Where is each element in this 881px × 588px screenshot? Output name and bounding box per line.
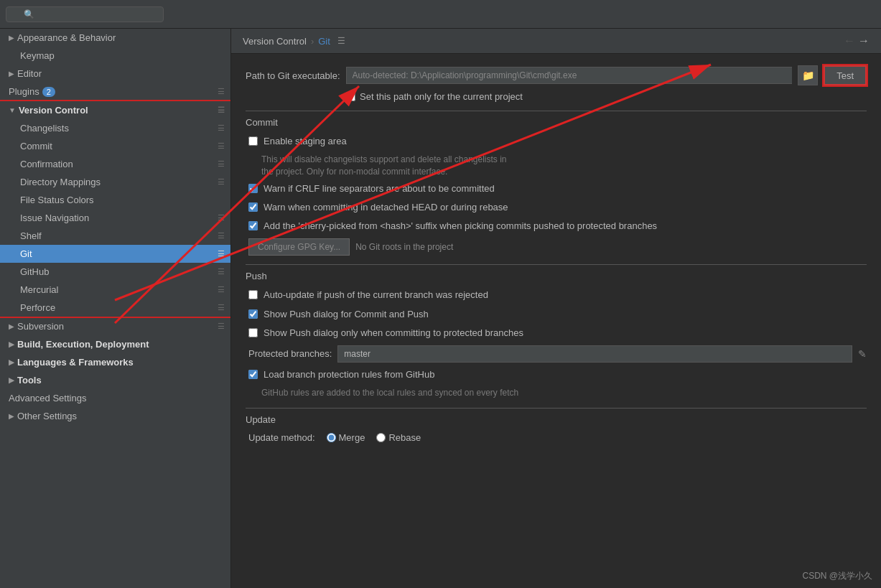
- gpg-row: Configure GPG Key... No Git roots in the…: [248, 238, 867, 256]
- nav-forward-button[interactable]: →: [858, 34, 870, 47]
- sidebar-item-file-status-colors[interactable]: File Status Colors: [0, 191, 230, 209]
- path-label: Path to Git executable:: [246, 70, 340, 81]
- content-area: Version Control › Git ☰ ← → Path to Git …: [231, 29, 881, 588]
- breadcrumb-separator: ›: [311, 36, 314, 47]
- gpg-button[interactable]: Configure GPG Key...: [248, 238, 350, 256]
- page-icon: ☰: [218, 322, 225, 331]
- sidebar-item-label: Confirmation: [20, 159, 73, 169]
- push-section-title: Push: [246, 271, 867, 281]
- sidebar-item-label: Other Settings: [17, 411, 77, 421]
- sidebar-item-directory-mappings[interactable]: Directory Mappings ☰: [0, 173, 230, 191]
- sidebar-item-languages[interactable]: ▶ Languages & Frameworks: [0, 353, 230, 371]
- sidebar-item-other[interactable]: ▶ Other Settings: [0, 407, 230, 425]
- sidebar-item-version-control[interactable]: ▼ Version Control ☰: [0, 101, 230, 119]
- page-icon: ☰: [218, 267, 225, 276]
- sidebar-item-editor[interactable]: ▶ Editor: [0, 65, 230, 83]
- page-icon: ☰: [218, 159, 225, 169]
- load-protection-checkbox[interactable]: [248, 370, 258, 379]
- update-section-title: Update: [246, 414, 867, 425]
- update-method-row: Update method: Merge Rebase: [246, 432, 867, 443]
- page-icon: ☰: [218, 303, 225, 312]
- search-wrap: 🔍: [6, 6, 164, 22]
- sidebar-item-perforce[interactable]: Perforce ☰: [0, 299, 230, 317]
- cherry-pick-label: Add the 'cherry-picked from <hash>' suff…: [264, 220, 657, 233]
- sidebar-item-advanced[interactable]: Advanced Settings: [0, 389, 230, 407]
- enable-staging-checkbox[interactable]: [248, 136, 258, 146]
- sidebar-item-label: Keymap: [20, 50, 55, 61]
- sidebar-item-label: File Status Colors: [20, 195, 94, 205]
- arrow-icon: ▶: [9, 70, 14, 78]
- nav-back-button[interactable]: ←: [844, 34, 855, 47]
- arrow-icon: ▶: [9, 358, 14, 366]
- arrow-icon: ▶: [9, 412, 14, 420]
- sidebar-item-keymap[interactable]: Keymap: [0, 47, 230, 65]
- auto-update-label: Auto-update if push of the current branc…: [264, 289, 488, 302]
- sidebar-item-git[interactable]: Git ☰: [0, 245, 230, 263]
- warn-detached-checkbox[interactable]: [248, 202, 258, 212]
- rebase-option[interactable]: Rebase: [376, 432, 421, 443]
- sidebar-item-subversion[interactable]: ▶ Subversion ☰: [0, 317, 230, 335]
- sidebar-item-label: Git: [20, 248, 32, 259]
- load-protection-label: Load branch protection rules from GitHub: [264, 368, 434, 381]
- browse-button[interactable]: 📁: [798, 65, 818, 85]
- git-path-input[interactable]: [346, 67, 793, 84]
- sidebar-item-label: Directory Mappings: [20, 177, 101, 187]
- sidebar-item-confirmation[interactable]: Confirmation ☰: [0, 155, 230, 173]
- sidebar-item-label: Tools: [17, 375, 42, 386]
- sidebar-item-label: Commit: [20, 141, 52, 151]
- test-button[interactable]: Test: [824, 65, 867, 85]
- rebase-radio[interactable]: [376, 433, 386, 442]
- search-input[interactable]: [6, 6, 164, 22]
- merge-radio[interactable]: [327, 433, 336, 442]
- auto-update-checkbox[interactable]: [248, 290, 258, 299]
- page-icon: ☰: [218, 106, 225, 115]
- cherry-pick-checkbox[interactable]: [248, 221, 258, 230]
- protected-branches-label: Protected branches:: [248, 348, 332, 359]
- show-push-dialog-checkbox[interactable]: [248, 309, 258, 319]
- path-project-only-checkbox[interactable]: [346, 92, 355, 101]
- sidebar-item-commit[interactable]: Commit ☰: [0, 137, 230, 155]
- sidebar-item-tools[interactable]: ▶ Tools: [0, 371, 230, 389]
- breadcrumb-current: Git: [318, 36, 330, 47]
- load-protection-desc: GitHub rules are added to the local rule…: [261, 387, 867, 399]
- breadcrumb-parent: Version Control: [243, 36, 307, 47]
- sidebar-item-shelf[interactable]: Shelf ☰: [0, 227, 230, 245]
- warn-crlf-row: Warn if CRLF line separators are about t…: [246, 182, 867, 195]
- rebase-label: Rebase: [388, 432, 421, 443]
- sidebar-item-label: Subversion: [17, 321, 64, 332]
- warn-detached-row: Warn when committing in detached HEAD or…: [246, 201, 867, 214]
- sidebar-item-issue-navigation[interactable]: Issue Navigation ☰: [0, 209, 230, 227]
- update-method-radio-group: Merge Rebase: [327, 432, 421, 443]
- push-divider: [246, 264, 867, 265]
- sidebar-item-label: Version Control: [19, 105, 88, 116]
- sidebar-item-mercurial[interactable]: Mercurial ☰: [0, 281, 230, 299]
- sidebar-item-changelists[interactable]: Changelists ☰: [0, 119, 230, 137]
- page-icon: ☰: [218, 249, 225, 258]
- warn-crlf-checkbox[interactable]: [248, 184, 258, 193]
- page-icon: ☰: [218, 231, 225, 241]
- sidebar-item-plugins[interactable]: Plugins 2 ☰: [0, 83, 230, 101]
- sidebar-item-label: Advanced Settings: [9, 393, 86, 403]
- protected-branches-input[interactable]: [337, 345, 852, 363]
- page-icon: ☰: [218, 285, 225, 294]
- path-project-only-label: Set this path only for the current proje…: [360, 91, 523, 102]
- merge-option[interactable]: Merge: [327, 432, 365, 443]
- warn-crlf-label: Warn if CRLF line separators are about t…: [264, 182, 495, 195]
- show-push-protected-row: Show Push dialog only when committing to…: [246, 327, 867, 340]
- sidebar-item-build[interactable]: ▶ Build, Execution, Deployment: [0, 335, 230, 353]
- doc-icon[interactable]: ☰: [337, 36, 345, 46]
- page-icon: ☰: [218, 177, 225, 187]
- edit-icon[interactable]: ✎: [858, 348, 867, 360]
- sidebar-item-github[interactable]: GitHub ☰: [0, 263, 230, 281]
- sidebar-item-appearance[interactable]: ▶ Appearance & Behavior: [0, 29, 230, 47]
- auto-update-row: Auto-update if push of the current branc…: [246, 289, 867, 302]
- sidebar-item-label: Changelists: [20, 123, 69, 134]
- sidebar-item-label: Languages & Frameworks: [17, 357, 134, 368]
- sidebar-item-label: GitHub: [20, 266, 49, 277]
- page-icon: ☰: [218, 87, 225, 96]
- show-push-dialog-label: Show Push dialog for Commit and Push: [264, 308, 429, 321]
- enable-staging-row: Enable staging area: [246, 135, 867, 148]
- show-push-protected-checkbox[interactable]: [248, 328, 258, 337]
- update-divider: [246, 408, 867, 409]
- warn-detached-label: Warn when committing in detached HEAD or…: [264, 201, 508, 214]
